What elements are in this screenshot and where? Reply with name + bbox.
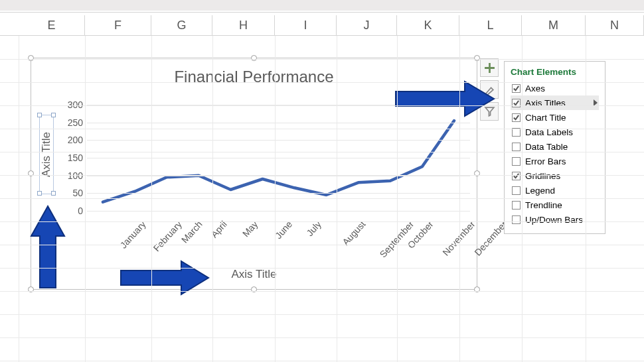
gridline <box>0 105 644 106</box>
flyout-item-label: Data Table <box>525 142 568 152</box>
resize-handle[interactable] <box>28 55 34 61</box>
checkbox[interactable] <box>512 143 521 151</box>
column-header[interactable]: L <box>459 15 522 35</box>
y-tick-label: 50 <box>63 188 83 198</box>
gridline <box>275 36 276 362</box>
gridline <box>0 198 644 199</box>
x-tick-label: February <box>151 219 184 253</box>
gridline <box>0 268 644 269</box>
gridline <box>0 175 644 176</box>
arrow-up-annotation <box>29 204 66 290</box>
checkbox[interactable] <box>512 201 521 210</box>
plus-icon <box>484 62 495 74</box>
gridline <box>337 36 337 362</box>
y-axis-title[interactable]: Axis Title <box>39 115 54 194</box>
gridline <box>0 221 644 222</box>
column-header[interactable]: M <box>522 15 586 35</box>
gridline <box>0 59 644 60</box>
gridline <box>87 158 470 158</box>
gridline <box>0 291 644 292</box>
title-strip <box>0 0 644 11</box>
column-header[interactable]: K <box>397 15 459 35</box>
flyout-item-label: Up/Down Bars <box>525 215 583 225</box>
y-tick-label: 250 <box>63 117 83 128</box>
flyout-item-label: Trendline <box>525 200 562 210</box>
column-header[interactable]: G <box>151 15 212 35</box>
column-header[interactable]: E <box>19 15 85 35</box>
gridline <box>87 211 470 211</box>
checkbox[interactable] <box>512 186 521 195</box>
gridline <box>0 129 644 129</box>
gridline <box>397 36 398 362</box>
x-axis-title[interactable]: Axis Title <box>31 268 477 281</box>
y-tick-label: 150 <box>63 152 83 163</box>
column-headers: EFGHIJKLMN <box>0 15 644 35</box>
gridline <box>87 193 470 194</box>
flyout-item-label: Axis Titles <box>525 98 566 108</box>
gridline <box>0 245 644 245</box>
x-tick-label: August <box>340 219 367 247</box>
divider <box>0 12 644 13</box>
column-header[interactable]: I <box>275 15 337 35</box>
gridline <box>0 337 644 338</box>
gridline <box>87 140 470 141</box>
gridline <box>0 314 644 315</box>
divider <box>0 35 644 36</box>
resize-handle[interactable] <box>37 191 42 196</box>
checkbox[interactable] <box>512 215 521 224</box>
checkbox[interactable] <box>512 157 521 166</box>
gridline <box>151 36 152 362</box>
flyout-item-label: Legend <box>525 186 555 196</box>
x-tick-label: January <box>118 219 148 251</box>
gridline <box>212 36 213 362</box>
checkbox[interactable] <box>512 172 521 180</box>
gridline <box>19 36 19 362</box>
checkbox[interactable] <box>512 113 521 122</box>
gridline <box>522 36 523 362</box>
gridline <box>0 152 644 152</box>
chart-elements-flyout[interactable]: Chart Elements AxesAxis TitlesChart Titl… <box>504 61 605 234</box>
flyout-item-label: Axes <box>525 84 545 93</box>
column-header[interactable]: J <box>337 15 397 35</box>
flyout-item-label: Gridlines <box>525 171 560 181</box>
gridline <box>87 123 470 123</box>
column-header[interactable]: H <box>212 15 275 35</box>
resize-handle[interactable] <box>51 191 56 196</box>
resize-handle[interactable] <box>474 55 480 61</box>
chart-elements-button[interactable] <box>480 58 499 77</box>
flyout-item-label: Chart Title <box>525 113 566 123</box>
checkbox[interactable] <box>512 84 521 93</box>
y-tick-label: 200 <box>63 135 83 145</box>
gridline <box>0 361 644 361</box>
y-tick-label: 300 <box>63 99 83 110</box>
arrow-right-annotation <box>393 78 497 119</box>
flyout-item-label: Error Bars <box>525 156 566 166</box>
gridline <box>0 82 644 83</box>
plot-area[interactable]: 050100150200250300 <box>67 105 470 211</box>
x-tick-label: November <box>440 219 477 258</box>
x-axis-ticks: JanuaryFebruaryMarchAprilMayJuneJulyAugu… <box>87 213 490 253</box>
column-header[interactable]: N <box>586 15 644 35</box>
gridline <box>85 36 86 362</box>
resize-handle[interactable] <box>251 55 257 61</box>
gridline <box>459 36 460 362</box>
x-tick-label: March <box>179 219 204 245</box>
resize-handle[interactable] <box>51 113 56 117</box>
gridline <box>586 36 586 362</box>
column-header[interactable]: F <box>85 15 151 35</box>
resize-handle[interactable] <box>37 113 42 117</box>
series-line[interactable] <box>103 121 454 202</box>
